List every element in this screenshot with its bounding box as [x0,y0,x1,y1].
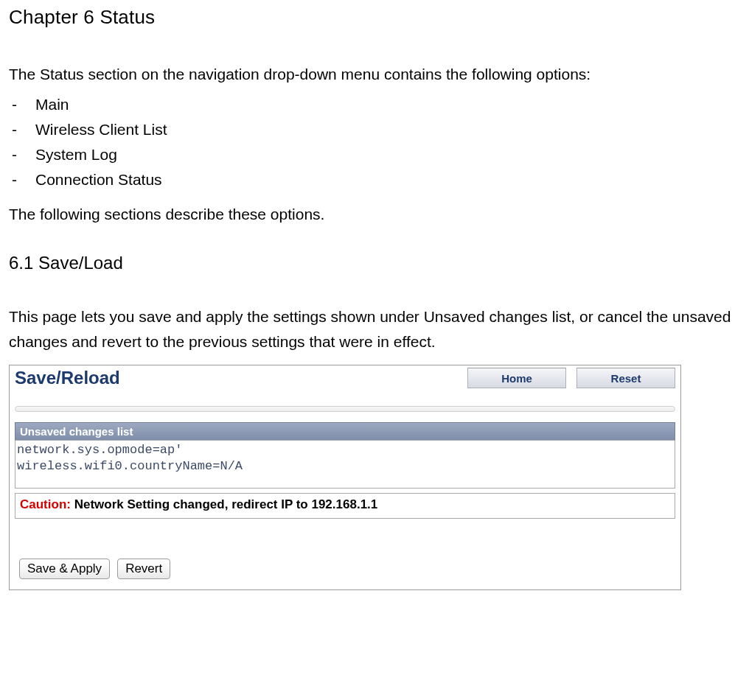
top-button-group: Home Reset [467,368,675,388]
list-item: Main [9,92,746,117]
following-sections-line: The following sections describe these op… [9,206,746,223]
save-apply-button[interactable]: Save & Apply [19,559,110,579]
unsaved-changes-header: Unsaved changes list [15,422,675,440]
option-list: Main Wireless Client List System Log Con… [9,92,746,192]
list-item: System Log [9,142,746,167]
section-description: This page lets you save and apply the se… [9,304,746,354]
section-title: 6.1 Save/Load [9,253,746,273]
unsaved-changes-content: network.sys.opmode=ap' wireless.wifi0.co… [15,440,675,489]
page: Chapter 6 Status The Status section on t… [0,0,749,605]
panel-top-row: Save/Reload Home Reset [12,368,678,406]
caution-message: Network Setting changed, redirect IP to … [71,497,377,511]
reset-button[interactable]: Reset [576,368,675,388]
caution-label: Caution: [20,497,71,511]
list-item: Wireless Client List [9,117,746,142]
save-reload-panel: Save/Reload Home Reset Unsaved changes l… [9,365,681,590]
bottom-button-group: Save & Apply Revert [12,559,678,579]
divider-bar [15,406,675,412]
list-item: Connection Status [9,167,746,192]
chapter-title: Chapter 6 Status [9,6,746,29]
intro-paragraph: The Status section on the navigation dro… [9,66,746,83]
revert-button[interactable]: Revert [117,559,170,579]
panel-heading: Save/Reload [15,368,120,388]
caution-box: Caution: Network Setting changed, redire… [15,493,675,519]
home-button[interactable]: Home [467,368,566,388]
